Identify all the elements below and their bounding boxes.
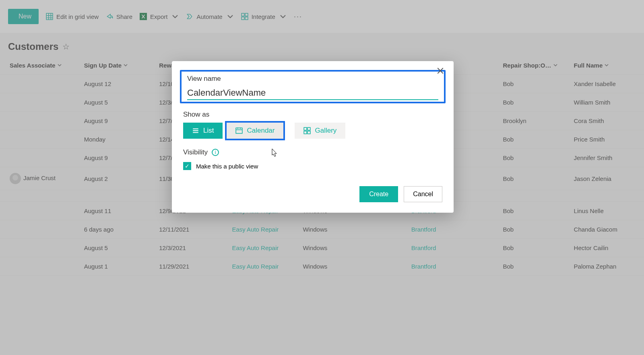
svg-rect-8 [308,127,311,130]
public-view-label: Make this a public view [196,163,258,170]
show-as-label: Show as [183,111,442,119]
view-name-label: View name [187,75,438,83]
cancel-button[interactable]: Cancel [404,186,442,202]
dialog-buttons: Create Cancel [183,186,442,202]
public-view-row: ✓ Make this a public view [183,162,442,170]
show-as-list[interactable]: List [183,123,223,139]
view-name-field-highlight: View name [180,70,446,103]
create-view-dialog: View name Show as List Calendar Gallery … [172,61,454,213]
show-as-gallery[interactable]: Gallery [295,123,345,139]
public-view-checkbox[interactable]: ✓ [183,162,191,170]
show-as-calendar[interactable]: Calendar [227,123,283,139]
info-icon[interactable]: i [212,149,219,156]
list-label: List [203,127,214,135]
list-icon [192,127,199,134]
close-icon [437,67,444,74]
create-button[interactable]: Create [359,186,398,202]
calendar-option-highlight: Calendar [225,121,285,140]
svg-rect-9 [304,131,307,134]
svg-rect-10 [308,131,311,134]
calendar-icon [235,127,243,134]
visibility-label: Visibility [183,148,208,156]
gallery-icon [303,127,311,134]
calendar-label: Calendar [247,127,275,135]
close-button[interactable] [434,66,446,77]
svg-rect-7 [304,127,307,130]
svg-rect-6 [236,128,243,133]
gallery-label: Gallery [315,127,336,135]
visibility-row: Visibility i [183,148,442,156]
view-name-input[interactable] [187,85,438,100]
show-as-options: List Calendar Gallery [183,123,442,139]
